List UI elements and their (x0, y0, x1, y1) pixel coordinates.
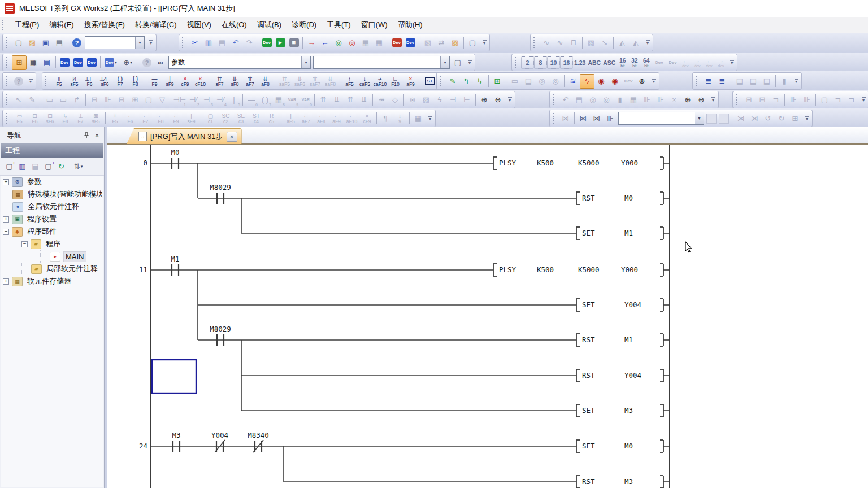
bit64-button[interactable]: 64bit (640, 57, 652, 68)
sfc-sel-convergence-button[interactable]: ⌐F7 (138, 111, 153, 126)
zoom-magnifier-icon[interactable]: ⊕ (635, 75, 649, 88)
verify-with-plc-icon[interactable]: ▦ (359, 36, 372, 50)
delete-line-button[interactable]: ×aF9 (403, 73, 418, 89)
sampling-trace-icon[interactable]: ▨ (448, 36, 462, 50)
sfc-sort-button[interactable]: ↓9 (392, 111, 407, 126)
toolbar-overflow-icon[interactable]: ▾ (645, 40, 650, 45)
marker-icon[interactable]: ▽ (155, 93, 169, 107)
delete-vertical-line-button[interactable]: ×cF10 (193, 73, 208, 89)
toolbar-grip[interactable] (6, 37, 9, 48)
new-data-icon[interactable]: ▢+ (3, 160, 16, 173)
sfc-sel-divergence-button[interactable]: ⌐F6 (123, 111, 138, 126)
zoom-out-2-icon[interactable]: ⊖ (695, 93, 708, 107)
toolbar-overflow-icon[interactable]: ▾ (793, 79, 799, 84)
misc-3-icon[interactable]: ϟ (433, 93, 446, 107)
delete-horizontal-line-button[interactable]: ×cF9 (177, 73, 193, 89)
rising-pulse-close-branch-button[interactable]: ⇈saF7 (307, 73, 323, 89)
open-branch-button[interactable]: ⊥⊢F6 (82, 73, 97, 89)
doc-grey-3-icon[interactable]: ▤ (760, 75, 774, 88)
menu-item-11[interactable]: 帮助(H) (393, 18, 428, 32)
write-mode-icon[interactable]: ◉ (608, 75, 622, 88)
find-target-combo[interactable]: 参数▾ (168, 56, 311, 69)
display-abc-button[interactable]: ABC (587, 57, 602, 68)
block-3-icon[interactable]: ⊟ (115, 93, 128, 107)
sfc-c1-button[interactable]: ▢c1 (203, 111, 218, 126)
zoom-in-icon[interactable]: ⊕ (478, 93, 491, 107)
block-4-icon[interactable]: ⊞ (128, 93, 142, 107)
pin-icon[interactable] (81, 131, 91, 140)
monitor-start-icon[interactable]: ◎ (332, 36, 345, 50)
batch-insert-icon[interactable]: ⊞ (491, 75, 504, 88)
trace-setting-icon[interactable]: ▧ (584, 36, 598, 50)
watch-delete-2-icon[interactable]: ⋊ (748, 112, 761, 125)
paste-icon[interactable]: ▤ (215, 36, 229, 50)
dev-grey-icon[interactable]: Dev (622, 75, 635, 88)
falling-pulse-branch-button[interactable]: ⇊aF8 (258, 73, 273, 89)
function-block-icon[interactable]: ▦ (27, 56, 40, 69)
device-comment-display-icon[interactable]: Dev (58, 56, 71, 69)
sfc-grid-icon[interactable]: ▦ (411, 112, 425, 125)
close-branch-button[interactable]: ⊥∕⊢sF6 (97, 73, 112, 89)
pulse-down-icon[interactable]: ⇊ (330, 93, 344, 107)
rising-pulse-close-button[interactable]: ⇈saF5 (277, 73, 292, 89)
tree-item-0[interactable]: +⚙参数 (1, 176, 103, 188)
sfc-cut-icon[interactable]: ⊐ (769, 93, 783, 107)
contact-3-icon[interactable]: ⊣3 (200, 93, 214, 107)
tree-item-1[interactable]: ▦特殊模块(智能功能模块) (1, 188, 103, 201)
steps-grey-2-icon[interactable]: ⊪ (654, 93, 667, 107)
toolbar-grip[interactable] (6, 76, 9, 86)
display-real-button[interactable]: 1.23 (573, 57, 587, 68)
sfc-a5-button[interactable]: |aF5 (283, 111, 298, 126)
rising-pulse-branch-button[interactable]: ⇈aF7 (242, 73, 258, 89)
falling-pulse-close-branch-button[interactable]: ⇊saF8 (323, 73, 338, 89)
sfc-step-button[interactable]: ▭F5 (12, 111, 27, 126)
toolbar-overflow-icon[interactable]: ▾ (467, 60, 472, 65)
dev-display-1-icon[interactable]: Dev (652, 56, 666, 69)
sfc-a10-button[interactable]: ⌐aF10 (344, 111, 359, 126)
falling-pulse-button[interactable]: ⇊sF8 (227, 73, 242, 89)
write-to-plc-icon[interactable]: → (305, 36, 318, 50)
bit32-button[interactable]: 32bit (628, 57, 640, 68)
paste-data-icon[interactable]: ▤ (29, 160, 42, 173)
watch-grid-icon[interactable]: ⊞ (788, 112, 802, 125)
tree-item-2[interactable]: ●全局软元件注释 (1, 201, 103, 213)
toolbar-grip[interactable] (515, 57, 518, 68)
find-in-document-icon[interactable]: ▢ (451, 56, 465, 69)
toolbar-overflow-icon[interactable]: ▾ (729, 60, 735, 65)
data-property-icon[interactable]: ▢i (42, 160, 55, 173)
ladder-canvas[interactable]: M0M8029M1M8029M3Y004M8340PLSYK500K5000Y0… (107, 145, 868, 488)
menu-item-8[interactable]: 诊断(D) (287, 18, 322, 32)
coil-button[interactable]: ( )F7 (112, 73, 128, 89)
collapse-all-icon[interactable]: ≣ (715, 75, 729, 88)
sfc-block-1-icon[interactable]: ⊟ (742, 93, 756, 107)
forced-io-icon[interactable]: ⇄ (435, 36, 448, 50)
jump-icon[interactable]: ↠ (375, 93, 388, 107)
toolbar-grip[interactable] (533, 37, 537, 48)
undo-grey-icon[interactable]: ↶ (559, 93, 572, 107)
sfc-a9-button[interactable]: ⌐aF9 (329, 111, 344, 126)
close-contact-button[interactable]: ⊣∕⊢sF5 (67, 73, 82, 89)
find-device-combo[interactable]: ▾ (313, 56, 450, 69)
screen-icon[interactable]: ▢ (142, 93, 155, 107)
statement-display-icon[interactable]: Dev (71, 56, 85, 69)
tab-close-icon[interactable]: × (227, 132, 237, 142)
watch-start-icon[interactable]: ⋈ (576, 112, 590, 125)
inline-st-button[interactable]: ST (422, 73, 437, 89)
bar-grey-icon[interactable]: ▮ (613, 93, 627, 107)
sfc-st-button[interactable]: STc4 (249, 111, 264, 126)
next-device-2-button[interactable]: →dev (715, 57, 727, 68)
user-grey-icon[interactable]: ▮ (778, 75, 791, 88)
save-project-icon[interactable]: ▣ (39, 36, 53, 50)
misc-5-icon[interactable]: ⊢ (460, 93, 474, 107)
note-display-icon[interactable]: Dev (85, 56, 98, 69)
sfc-end-button[interactable]: ⊥F7 (73, 111, 88, 126)
display-decimal-button[interactable]: 10 (547, 56, 560, 69)
find-grey-2-icon[interactable]: ◎ (549, 75, 562, 88)
toolbar-overflow-icon[interactable]: ▾ (804, 116, 810, 121)
sfc-block-button[interactable]: ⊟F6 (27, 111, 42, 126)
watch-delete-1-icon[interactable]: ⋊ (734, 112, 748, 125)
toolbar-overflow-icon[interactable]: ▾ (651, 79, 657, 84)
var-0-icon[interactable]: VAR0 (299, 93, 313, 107)
contact-4-icon[interactable]: ⊣∕4 (214, 93, 227, 107)
statement-grey-icon[interactable]: ▭ (508, 75, 522, 88)
